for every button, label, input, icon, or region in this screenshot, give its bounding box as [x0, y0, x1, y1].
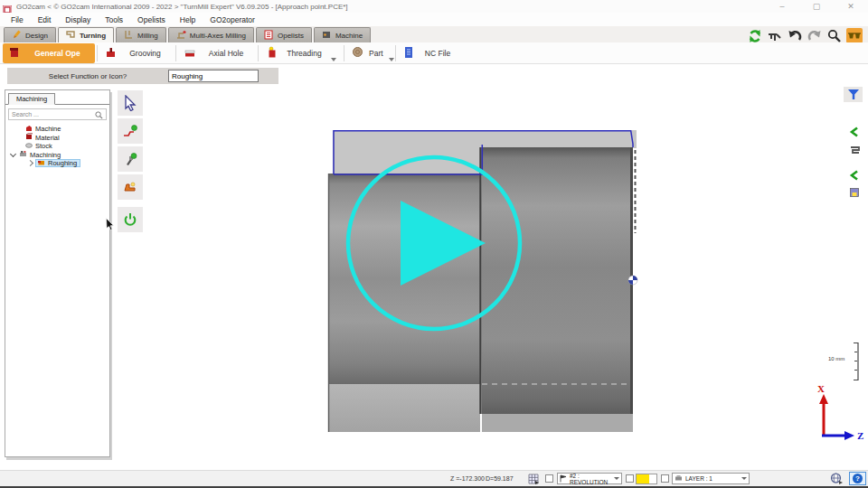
regenerate-icon[interactable] — [747, 28, 763, 43]
axis-x-label: X — [817, 383, 825, 394]
menu-go2operator[interactable]: GO2operator — [203, 15, 262, 24]
tree-item-machine[interactable]: Machine — [7, 125, 108, 134]
maximize-button[interactable]: ▢ — [799, 2, 834, 11]
grooving-icon — [105, 46, 117, 61]
tab-label: Machine — [335, 32, 363, 40]
axial-hole-icon — [184, 46, 196, 61]
view-toolbar-row1 — [747, 28, 863, 43]
chevron-down-icon — [649, 474, 656, 483]
toolbar-separator — [175, 45, 176, 61]
tool-point-button[interactable] — [118, 146, 143, 172]
selected-tree-item[interactable]: Roughing — [35, 159, 80, 167]
zoom-icon[interactable] — [826, 28, 843, 43]
machine-icon — [322, 30, 332, 42]
tab-opelists[interactable]: Opelists — [256, 27, 312, 42]
dropdown-arrow-icon[interactable] — [389, 58, 394, 61]
go2operator-help-button[interactable]: ? — [849, 472, 866, 485]
menu-opelists[interactable]: Opelists — [130, 15, 173, 24]
tool-green-dot-icon — [123, 152, 137, 166]
dropdown-arrow-icon[interactable] — [331, 58, 336, 61]
tree-item-roughing[interactable]: Roughing — [7, 159, 108, 168]
op-label: Axial Hole — [202, 49, 250, 58]
viewport-3d[interactable] — [323, 125, 641, 443]
turning-icon — [66, 30, 76, 42]
axial-hole-button[interactable]: Axial Hole — [178, 43, 256, 63]
chevron-down-icon — [741, 477, 747, 480]
cursor-arrow-icon — [123, 95, 137, 111]
machine-node-icon — [25, 125, 33, 134]
tool-holder-button[interactable] — [118, 174, 143, 200]
tree-search-input[interactable]: Search ... — [8, 108, 107, 120]
tool-library-icon[interactable] — [849, 185, 860, 202]
world-view-button[interactable] — [827, 472, 846, 485]
part-icon — [352, 46, 363, 60]
window-title: GO2cam < © GO2cam International 2009 - 2… — [16, 3, 348, 11]
layer-combo[interactable]: LAYER : 1 — [672, 473, 750, 484]
menu-file[interactable]: File — [4, 15, 31, 24]
combo-value: #2 : REVOLUTION — [570, 473, 611, 485]
geometry-checkbox[interactable] — [545, 474, 553, 483]
close-button[interactable]: ✕ — [834, 2, 868, 11]
tab-turning[interactable]: Turning — [58, 27, 114, 42]
color-picker[interactable] — [636, 474, 657, 484]
general-ope-icon — [8, 46, 20, 61]
design-pencil-icon — [12, 30, 22, 42]
function-input[interactable] — [168, 70, 259, 82]
approach-point-marker[interactable] — [628, 276, 637, 285]
tree-label: Stock — [35, 142, 52, 150]
color-checkbox[interactable] — [626, 474, 634, 483]
caliper-measure-icon[interactable] — [767, 28, 783, 43]
tab-machine[interactable]: Machine — [314, 27, 371, 42]
grid-snap-icon[interactable] — [528, 474, 539, 485]
general-ope-button[interactable]: General Ope — [3, 43, 95, 63]
undo-icon[interactable] — [787, 28, 803, 43]
menu-bar: File Edit Display Tools Opelists Help GO… — [0, 13, 868, 26]
glasses-view-icon[interactable] — [846, 28, 863, 43]
ribbon-tab-strip: Design Turning Milling Multi-Axes Millin… — [0, 26, 868, 42]
menu-help[interactable]: Help — [173, 15, 203, 24]
select-cursor-button[interactable] — [118, 90, 143, 116]
layer-checkbox[interactable] — [661, 474, 669, 483]
toolbar-separator — [344, 45, 344, 61]
clamp-tool-icon[interactable] — [849, 142, 861, 158]
tree-item-stock[interactable]: Stock — [7, 142, 108, 151]
threading-button[interactable]: Threading — [260, 43, 342, 63]
chevron-left-icon[interactable] — [849, 168, 860, 184]
search-icon — [95, 107, 103, 123]
tree-item-machining[interactable]: Machining — [7, 151, 108, 160]
tab-design[interactable]: Design — [4, 27, 56, 42]
simulation-power-button[interactable] — [118, 207, 143, 232]
combo-value: LAYER : 1 — [685, 475, 712, 482]
part-left-lower — [328, 384, 480, 432]
part-button[interactable]: Part — [346, 43, 393, 63]
nc-file-icon — [403, 46, 414, 61]
approach-point-button[interactable] — [118, 118, 143, 144]
redo-icon[interactable] — [807, 28, 823, 43]
tree-item-material[interactable]: Material — [7, 134, 108, 143]
machining-panel: Machining Search ... Machine Material St… — [5, 89, 110, 457]
minimize-button[interactable]: – — [765, 2, 799, 11]
tab-milling[interactable]: Milling — [116, 27, 166, 42]
op-label: Threading — [283, 49, 326, 58]
help-icon: ? — [853, 474, 863, 483]
tab-label: Turning — [80, 32, 106, 40]
tab-multi-axes-milling[interactable]: Multi-Axes Milling — [168, 27, 254, 42]
toolbar-separator — [97, 45, 98, 61]
menu-tools[interactable]: Tools — [98, 15, 130, 24]
milling-icon — [124, 30, 134, 42]
filter-button[interactable] — [844, 87, 863, 102]
search-placeholder: Search ... — [12, 111, 95, 117]
layer-icon — [675, 474, 683, 483]
collapse-chevron-icon[interactable] — [11, 152, 16, 157]
grooving-button[interactable]: Grooving — [99, 43, 174, 63]
collapse-panel-group-1 — [847, 125, 862, 158]
d-coordinate-value: D=59.187 — [486, 471, 514, 487]
panel-tab-machining[interactable]: Machining — [8, 93, 55, 105]
op-label: Grooving — [122, 49, 168, 58]
geometry-combo[interactable]: #2 : REVOLUTION — [557, 473, 622, 484]
chevron-left-icon[interactable] — [849, 125, 860, 141]
menu-display[interactable]: Display — [58, 15, 98, 24]
menu-edit[interactable]: Edit — [31, 15, 59, 24]
expand-chevron-icon[interactable] — [27, 161, 33, 166]
nc-file-button[interactable]: NC File — [398, 43, 461, 63]
